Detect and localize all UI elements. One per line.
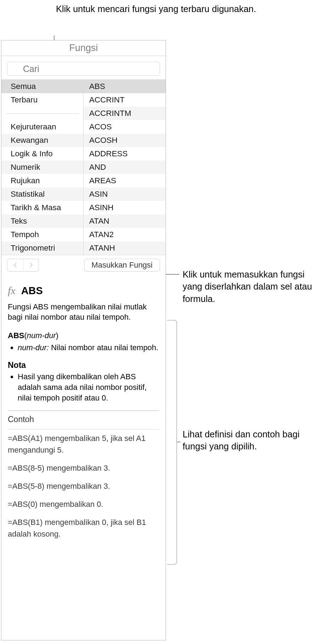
function-item[interactable]: ATAN	[84, 214, 166, 228]
example-line: =ABS(0) mengembalikan 0.	[8, 498, 159, 510]
function-syntax: ABS(num-dur)	[8, 330, 159, 341]
callout-search-recent: Klik untuk mencari fungsi yang terbaru d…	[56, 3, 256, 15]
function-item[interactable]: ACCRINTM	[84, 107, 166, 120]
insert-function-button[interactable]: Masukkan Fungsi	[84, 259, 160, 271]
category-item[interactable]: Teks	[1, 214, 83, 228]
category-item[interactable]: Tarikh & Masa	[1, 201, 83, 214]
syntax-fn-name: ABS	[8, 331, 24, 340]
chevron-left-icon	[13, 262, 17, 268]
example-line: =ABS(8-5) mengembalikan 3.	[8, 462, 159, 474]
function-description: Fungsi ABS mengembalikan nilai mutlak ba…	[8, 302, 159, 323]
lists-container: SemuaTerbaruKejuruteraanKewanganLogik & …	[1, 79, 166, 255]
param-desc: Nilai nombor atau nilai tempoh.	[51, 343, 158, 352]
examples-heading: Contoh	[8, 414, 159, 425]
category-list[interactable]: SemuaTerbaruKejuruteraanKewanganLogik & …	[1, 80, 84, 255]
panel-title: Fungsi	[1, 40, 166, 56]
function-item[interactable]: ADDRESS	[84, 147, 166, 161]
category-item[interactable]: Rujukan	[1, 174, 83, 187]
function-item[interactable]: ATAN2	[84, 228, 166, 241]
search-input[interactable]	[7, 62, 160, 76]
nav-back-button[interactable]	[7, 259, 23, 271]
function-item[interactable]: ASIN	[84, 187, 166, 201]
category-item[interactable]: Statistikal	[1, 187, 83, 201]
fx-symbol-icon: fx	[8, 284, 16, 298]
callout-bracket	[167, 320, 177, 565]
toolbar: Masukkan Fungsi	[1, 255, 166, 276]
example-line: =ABS(B1) mengembalikan 0, jika sel B1 ad…	[8, 516, 159, 540]
function-item[interactable]: ASINH	[84, 201, 166, 214]
notes-heading: Nota	[8, 360, 159, 371]
param-name: num-dur:	[18, 343, 49, 352]
function-item[interactable]: ABS	[84, 80, 166, 93]
callout-line	[177, 442, 180, 442]
functions-panel: Fungsi SemuaTerbaruKejuruteraanKewanganL…	[1, 40, 166, 640]
callout-line	[165, 274, 179, 275]
nav-forward-button[interactable]	[23, 259, 39, 271]
chevron-right-icon	[29, 262, 33, 268]
note-item: Hasil yang dikembalikan oleh ABS adalah …	[18, 371, 159, 403]
category-item[interactable]: Tempoh	[1, 228, 83, 241]
history-nav-segment	[7, 259, 39, 271]
function-item[interactable]: AND	[84, 161, 166, 174]
category-item[interactable]: Kejuruteraan	[1, 120, 83, 134]
callout-definition: Lihat definisi dan contoh bagi fungsi ya…	[183, 428, 321, 453]
example-line: =ABS(5-8) mengembalikan 3.	[8, 480, 159, 492]
function-detail: fx ABS Fungsi ABS mengembalikan nilai mu…	[1, 276, 166, 540]
category-item[interactable]: Kewangan	[1, 134, 83, 147]
function-item[interactable]: ACOSH	[84, 134, 166, 147]
section-divider	[8, 429, 159, 430]
syntax-arg: num-dur	[27, 331, 56, 340]
function-list[interactable]: ABSACCRINTACCRINTMACOSACOSHADDRESSANDARE…	[84, 80, 166, 255]
function-item[interactable]: ACCRINT	[84, 93, 166, 107]
section-divider	[8, 410, 159, 411]
examples-list: =ABS(A1) mengembalikan 5, jika sel A1 me…	[8, 432, 159, 540]
category-item[interactable]: Numerik	[1, 161, 83, 174]
function-name-heading: ABS	[21, 284, 43, 298]
category-separator	[1, 107, 83, 120]
category-item[interactable]: Terbaru	[1, 93, 83, 107]
category-item[interactable]: Semua	[1, 80, 83, 93]
callout-insert-function: Klik untuk memasukkan fungsi yang diserl…	[183, 268, 321, 305]
function-item[interactable]: AREAS	[84, 174, 166, 187]
function-item[interactable]: ACOS	[84, 120, 166, 134]
category-item[interactable]: Logik & Info	[1, 147, 83, 161]
example-line: =ABS(A1) mengembalikan 5, jika sel A1 me…	[8, 432, 159, 456]
param-item: num-dur: Nilai nombor atau nilai tempoh.	[18, 342, 159, 353]
category-item[interactable]: Trigonometri	[1, 241, 83, 255]
function-item[interactable]: ATANH	[84, 241, 166, 255]
